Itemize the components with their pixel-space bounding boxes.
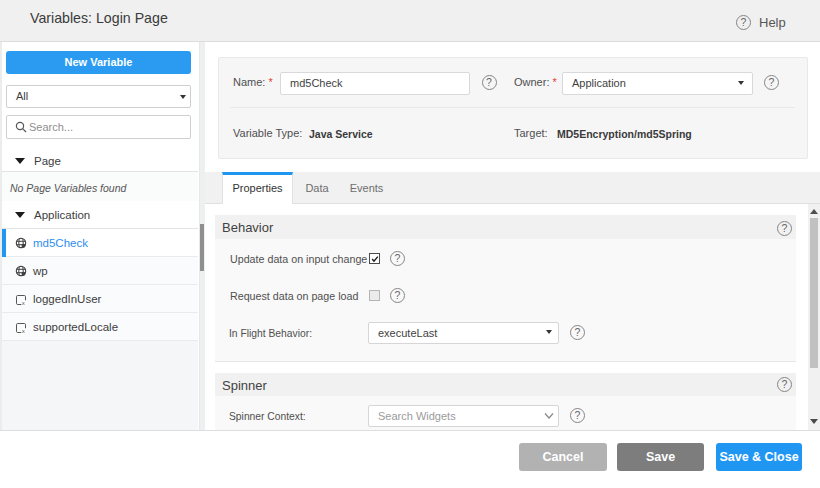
svg-text:x: x [22,328,25,334]
svg-text:x: x [22,300,25,306]
